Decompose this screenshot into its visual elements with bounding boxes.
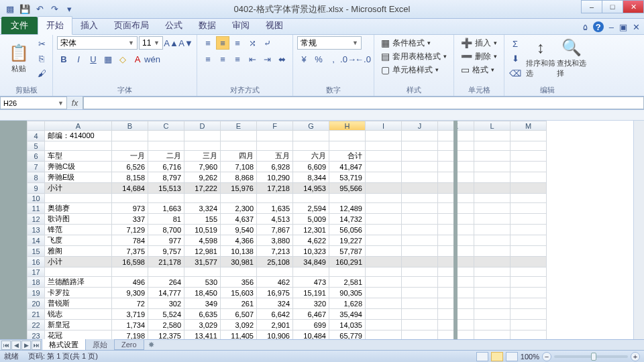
table-format-button[interactable]: ▤套用表格格式▾ xyxy=(378,50,449,63)
cell[interactable]: 65,779 xyxy=(329,330,366,340)
autosum-icon[interactable]: Σ xyxy=(508,37,522,50)
cell[interactable] xyxy=(148,194,184,203)
row-header[interactable]: 4 xyxy=(28,131,45,141)
cell[interactable] xyxy=(366,151,402,162)
sheet-tab-active[interactable]: 格式设置 xyxy=(42,339,86,351)
cell[interactable]: 1,734 xyxy=(112,320,148,330)
col-header-C[interactable]: C xyxy=(148,121,184,131)
cell[interactable]: 35,494 xyxy=(329,309,366,320)
cell[interactable] xyxy=(402,298,438,309)
align-bottom-icon[interactable]: ≡ xyxy=(231,36,244,50)
cell[interactable]: 699 xyxy=(293,320,329,330)
cell[interactable]: 1,628 xyxy=(329,298,366,309)
cell[interactable]: 18,450 xyxy=(184,288,221,298)
row-header[interactable]: 23 xyxy=(28,330,45,340)
cell[interactable] xyxy=(511,151,547,162)
align-right-icon[interactable]: ≡ xyxy=(231,52,244,66)
cell[interactable]: 264 xyxy=(148,277,184,288)
cell[interactable] xyxy=(366,162,402,172)
row-header[interactable]: 22 xyxy=(28,320,45,330)
cell[interactable] xyxy=(366,225,402,235)
cell[interactable]: 14,035 xyxy=(329,320,366,330)
cell[interactable]: 324 xyxy=(257,298,293,309)
sheet-nav-next-icon[interactable]: ▶ xyxy=(21,341,31,350)
cell[interactable]: 57,787 xyxy=(329,246,366,257)
cell[interactable] xyxy=(293,194,329,203)
inc-decimal-icon[interactable]: .0→ xyxy=(341,52,355,66)
cell[interactable] xyxy=(402,183,438,194)
doc-min-icon[interactable]: – xyxy=(609,22,614,32)
tab-home[interactable]: 开始 xyxy=(38,16,72,35)
row-header[interactable]: 11 xyxy=(28,203,45,214)
cell[interactable]: 12,375 xyxy=(148,330,184,340)
comma-icon[interactable]: , xyxy=(327,52,340,66)
formula-input[interactable] xyxy=(83,97,644,109)
cell[interactable]: 二月 xyxy=(148,151,184,162)
cell[interactable] xyxy=(474,214,511,225)
doc-restore-icon[interactable]: ▣ xyxy=(619,22,627,32)
cell[interactable]: 10,323 xyxy=(293,246,329,257)
cell[interactable] xyxy=(474,162,511,172)
cell[interactable]: 12,301 xyxy=(293,225,329,235)
cell[interactable] xyxy=(402,246,438,257)
cell[interactable]: 90,305 xyxy=(329,288,366,298)
row-header[interactable]: 12 xyxy=(28,214,45,225)
cell[interactable]: 小计 xyxy=(45,257,112,267)
font-name-combo[interactable]: 宋体▼ xyxy=(57,36,138,50)
cell[interactable]: 6,526 xyxy=(112,162,148,172)
cell[interactable]: 4,637 xyxy=(221,214,257,225)
cell[interactable] xyxy=(221,131,257,141)
sheet-nav-first-icon[interactable]: ⏮ xyxy=(1,341,11,350)
wrap-text-button[interactable]: ⤶ xyxy=(260,36,274,50)
cell[interactable]: 6,507 xyxy=(221,309,257,320)
col-header-H[interactable]: H xyxy=(329,121,366,131)
italic-button[interactable]: I xyxy=(72,52,85,66)
cell[interactable]: 锐志 xyxy=(45,309,112,320)
fill-icon[interactable]: ⬇ xyxy=(508,52,522,65)
cell[interactable] xyxy=(366,320,402,330)
cell[interactable]: 7,213 xyxy=(257,246,293,257)
cell[interactable] xyxy=(511,309,547,320)
excel-icon[interactable]: ▩ xyxy=(4,3,16,15)
cell[interactable]: 8,797 xyxy=(148,172,184,183)
align-top-icon[interactable]: ≡ xyxy=(201,36,215,50)
col-header-D[interactable]: D xyxy=(184,121,221,131)
cell[interactable] xyxy=(366,246,402,257)
save-icon[interactable]: 💾 xyxy=(19,3,31,15)
cell[interactable]: 15,191 xyxy=(293,288,329,298)
cell[interactable] xyxy=(148,131,184,141)
cell[interactable]: 10,519 xyxy=(184,225,221,235)
tab-insert[interactable]: 插入 xyxy=(72,17,106,34)
cell[interactable] xyxy=(511,203,547,214)
cell[interactable]: 7,129 xyxy=(112,225,148,235)
col-header-B[interactable]: B xyxy=(112,121,148,131)
view-normal-button[interactable] xyxy=(476,352,488,361)
cell[interactable]: 2,901 xyxy=(257,320,293,330)
cell[interactable] xyxy=(474,320,511,330)
cell[interactable]: 合计 xyxy=(329,151,366,162)
cell[interactable] xyxy=(366,298,402,309)
col-header-J[interactable]: J xyxy=(402,121,438,131)
cell[interactable]: 8,344 xyxy=(293,172,329,183)
cell[interactable]: 356 xyxy=(221,277,257,288)
row-header[interactable]: 20 xyxy=(28,298,45,309)
cell[interactable]: 3,092 xyxy=(221,320,257,330)
format-cells-button[interactable]: ▭格式▾ xyxy=(458,63,500,76)
close-button[interactable]: ✕ xyxy=(623,0,644,13)
cell[interactable] xyxy=(474,257,511,267)
cell[interactable] xyxy=(221,141,257,151)
view-page-break-button[interactable] xyxy=(506,352,518,361)
cell[interactable] xyxy=(511,172,547,183)
cell[interactable] xyxy=(474,194,511,203)
cell[interactable]: 13,411 xyxy=(184,330,221,340)
cell[interactable]: 973 xyxy=(112,203,148,214)
cell[interactable]: 261 xyxy=(221,298,257,309)
cell[interactable] xyxy=(293,141,329,151)
cell[interactable] xyxy=(148,267,184,277)
col-header-E[interactable]: E xyxy=(221,121,257,131)
cell[interactable] xyxy=(511,214,547,225)
cell[interactable] xyxy=(511,162,547,172)
tab-formulas[interactable]: 公式 xyxy=(157,17,191,34)
cell[interactable] xyxy=(184,194,221,203)
cell[interactable]: 14,777 xyxy=(148,288,184,298)
